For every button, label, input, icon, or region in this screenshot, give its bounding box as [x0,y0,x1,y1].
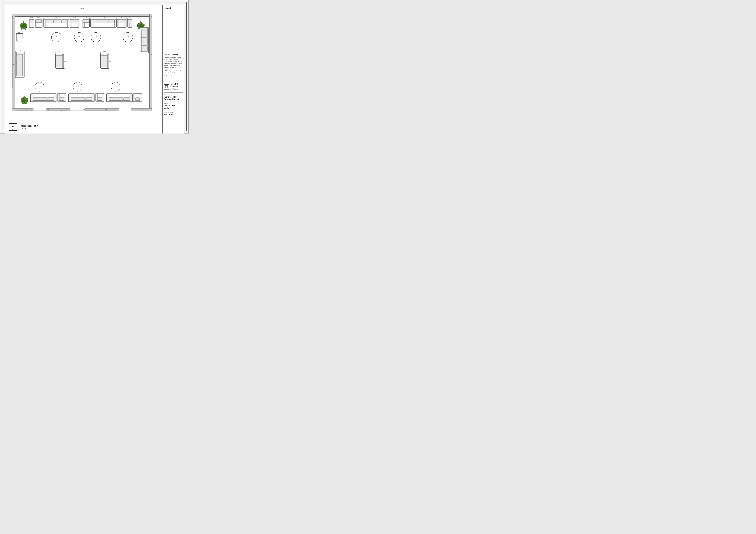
svg-rect-103 [31,94,33,101]
svg-rect-79 [16,54,22,62]
legend-section: Legend: [164,6,183,11]
svg-rect-57 [115,19,116,27]
svg-rect-44 [68,19,69,27]
top-dim-value: 10.55 [80,7,85,9]
svg-rect-114 [69,101,94,101]
svg-text:2.75: 2.75 [80,91,83,93]
svg-text:2.75: 2.75 [42,91,44,93]
drawing-title-label: Furniture Plan [20,124,38,127]
general-notes-text: • All dimensions are in meters (Unless n… [164,57,183,78]
svg-rect-131 [123,97,130,100]
svg-text:1.00: 1.00 [73,17,76,18]
svg-text:0.55: 0.55 [78,36,80,37]
svg-rect-95 [141,30,148,38]
shop-drawing-label: Shop Drawing By: [164,80,183,82]
svg-text:2.75: 2.75 [118,91,121,93]
svg-text:0.55: 0.55 [30,91,33,93]
svg-rect-41 [36,19,41,22]
svg-rect-275 [165,85,167,86]
svg-rect-129 [109,97,116,100]
drawing-title-section: Drawing title: Furniture Plan Drawing No… [164,93,183,101]
svg-rect-135 [140,94,142,101]
svg-rect-123 [102,94,104,101]
svg-text:0.90: 0.90 [103,51,106,52]
svg-point-72 [123,32,133,42]
svg-rect-64 [117,19,126,23]
svg-point-98 [35,82,44,91]
svg-rect-11 [139,108,149,111]
drawing-scale: SCALE 1:20 [20,128,38,129]
svg-text:2.88: 2.88 [83,109,86,110]
interior-designer-label: Interior Designer: [164,112,183,113]
svg-rect-80 [16,62,22,70]
svg-rect-117 [71,97,78,100]
project-section: Project : Private Villa Majlis [164,102,183,110]
svg-rect-88 [101,54,108,56]
svg-text:1.60: 1.60 [64,61,67,62]
svg-rect-128 [130,94,132,101]
svg-text:1.00: 1.00 [136,91,139,93]
svg-point-69 [51,32,61,42]
company-name: AHMED OMRAN [171,83,183,88]
svg-rect-110 [58,94,59,101]
svg-rect-56 [91,19,93,27]
svg-text:1.00: 1.00 [121,17,123,18]
svg-text:1.00: 1.00 [19,50,21,51]
svg-rect-8 [119,108,131,111]
page: 10.55 [0,0,189,134]
svg-text:0.55: 0.55 [30,17,33,18]
project-label: Project : [164,103,183,104]
svg-rect-38 [29,19,34,23]
svg-text:2.75: 2.75 [13,64,14,67]
svg-text:0.90: 0.90 [59,51,61,52]
drawing-area: 10.55 [5,5,164,134]
drawing-number-box: 03 P-GF-FP [9,123,17,131]
svg-text:0.55: 0.55 [127,36,129,37]
svg-text:2.10: 2.10 [24,109,26,110]
svg-rect-84 [63,54,64,68]
project-name-line2: Majlis [164,107,183,109]
svg-rect-75 [16,34,18,41]
svg-text:2.75: 2.75 [55,17,58,18]
outer-border: 10.55 [2,2,187,131]
drawing-code: P-GF-FP [10,128,17,130]
svg-text:0.55: 0.55 [115,85,117,87]
svg-rect-107 [47,97,54,100]
svg-rect-115 [69,94,71,101]
svg-text:2.88: 2.88 [47,109,49,110]
svg-rect-85 [56,56,62,62]
general-notes-title: General Notes: [164,54,183,56]
svg-rect-91 [101,62,107,67]
svg-rect-112 [60,97,64,100]
svg-text:1.60: 1.60 [109,61,112,62]
svg-text:0.55: 0.55 [129,17,131,18]
svg-rect-119 [85,97,92,100]
svg-text:0.75: 0.75 [38,16,40,17]
designer-name: Rafik Rafat [164,113,183,116]
drawing-title-line1: Furniture Plan [164,96,183,98]
svg-text:0.65: 0.65 [85,17,87,18]
drawing-number: 03 [12,124,14,127]
svg-rect-105 [33,97,40,100]
title-block: 03 P-GF-FP Furniture Plan SCALE 1:20 [7,122,162,132]
svg-rect-130 [116,97,123,100]
svg-text:2.75: 2.75 [150,40,151,42]
svg-rect-83 [56,54,64,56]
svg-rect-54 [83,19,89,22]
drawing-title-line2: Drawing No : 03 [164,98,183,100]
shop-drawing-section: Shop Drawing By: AHMED OMRAN SHOP DRAWIN… [164,79,183,93]
top-dim-overall: 10.55 [12,7,152,10]
svg-point-99 [73,82,82,91]
svg-point-70 [74,32,84,42]
logo-area: AHMED OMRAN SHOP DRAWING [164,82,183,92]
svg-rect-60 [109,19,115,23]
svg-rect-51 [70,19,79,23]
svg-point-100 [111,82,120,91]
svg-rect-118 [78,97,85,100]
svg-rect-97 [141,46,148,52]
svg-text:0.55: 0.55 [95,36,97,37]
logo-text-block: AHMED OMRAN SHOP DRAWING [171,83,183,91]
svg-text:10.70: 10.70 [81,110,84,111]
legend-title: Legend: [164,7,183,9]
svg-rect-136 [135,97,140,100]
